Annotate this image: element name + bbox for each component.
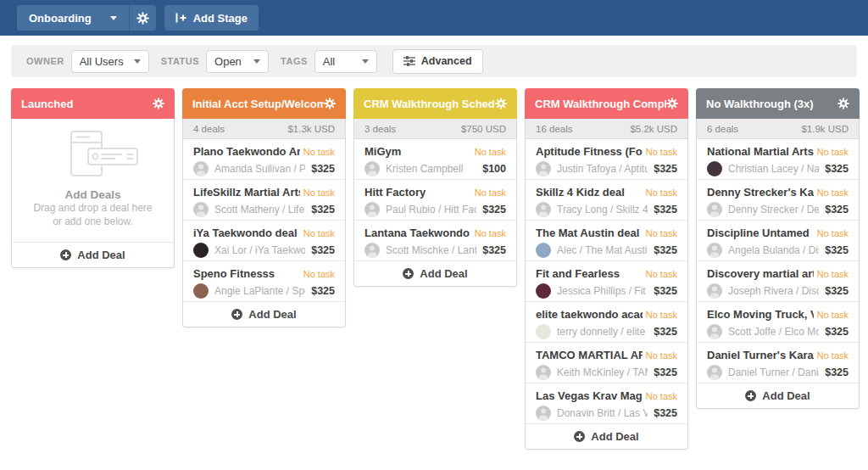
avatar [536,283,551,299]
add-column-icon [175,13,186,23]
deal-task-status: No task [817,310,849,320]
add-deal-label: Add Deal [77,249,125,261]
deal-card[interactable]: LifeSkillz Martial Arts dealNo taskScott… [183,180,345,221]
stage-header[interactable]: No Walkthrough (3x) [696,88,860,119]
deal-card[interactable]: Fit and FearlessNo taskJessica Phillips … [526,261,687,302]
deal-task-status: No task [817,147,849,157]
deal-amount: $325 [311,285,335,297]
deal-card-row2: Joseph Rivera / Discov...$325 [707,283,849,299]
deal-card[interactable]: Speno FitnesssNo taskAngie LaPlante / Sp… [183,261,345,302]
owner-select[interactable]: All Users [71,50,149,73]
add-deal-label: Add Deal [248,308,296,321]
deal-card[interactable]: Hitt FactoryNo taskPaul Rubio / Hitt Fac… [354,180,516,221]
person-silhouette-icon [193,161,209,176]
add-deal-button[interactable]: Add Deal [526,424,687,449]
person-silhouette-icon [536,365,551,380]
pipeline-dropdown[interactable]: Onboarding [17,5,129,31]
deal-card[interactable]: Lantana TaekwondoNo taskScott Mischke / … [354,221,516,261]
stage-total-value: $1.3k USD [287,124,335,134]
avatar [707,161,722,176]
deal-card[interactable]: Discipline UntamedNo taskAngela Bulanda … [697,221,859,261]
deal-card[interactable]: Discovery martial artsNo taskJoseph Rive… [697,261,859,302]
deal-card-row2: Denny Strecker / Den...$325 [707,202,849,217]
deal-amount: $325 [654,244,677,256]
stage-deal-count: 3 deals [364,124,396,134]
plus-icon [403,268,414,279]
tags-select-value: All [323,55,335,68]
deal-title: Las Vegas Krav Maga deal [536,389,643,402]
deal-title: elite taekwondo academy [536,308,643,321]
deal-title: TAMCO MARTIAL ARTS [536,349,643,361]
deal-card-row1: iYa Taekwondo dealNo task [193,227,335,239]
deal-amount: $325 [825,163,849,175]
person-silhouette-icon [536,161,551,176]
deal-amount: $325 [654,204,677,215]
deal-task-status: No task [817,187,849,198]
deal-card-row1: National Martial ArtsNo task [707,145,849,158]
deal-contact: Paul Rubio / Hitt Facto... [386,204,476,215]
stage-header[interactable]: Launched [11,88,175,119]
tags-select[interactable]: All [314,50,377,73]
deal-amount: $325 [825,326,849,338]
deal-contact: Amanda Sullivan / Pla... [214,163,305,175]
gear-icon[interactable] [153,98,164,109]
deal-card-row2: Xai Lor / iYa Taekwondo$325 [193,243,335,258]
plus-icon [60,249,71,260]
deal-card[interactable]: Elco Moving Truck, Van & Car ...No taskS… [697,302,859,343]
deal-card[interactable]: Aptitude Fitness (Formally Fit...No task… [526,139,687,180]
deal-card[interactable]: elite taekwondo academyNo taskterry donn… [526,302,687,343]
deal-card-row2: Christian Lacey / Nati...$325 [707,161,849,176]
stage-summary: 3 deals$750 USD [354,119,516,139]
advanced-filters-button[interactable]: Advanced [392,49,483,74]
deal-task-status: No task [475,147,506,157]
deal-amount: $325 [311,163,335,175]
add-deal-button[interactable]: Add Deal [183,302,345,327]
deal-card[interactable]: Las Vegas Krav Maga dealNo taskDonavin B… [526,383,687,424]
gear-icon[interactable] [837,98,849,109]
deal-task-status: No task [646,147,677,157]
gear-icon[interactable] [324,98,336,109]
deal-amount: $325 [654,326,677,338]
add-deal-button[interactable]: Add Deal [697,383,859,408]
avatar [707,202,722,217]
stage-header[interactable]: CRM Walkthrough Scheduled [353,88,517,119]
deal-card[interactable]: Plano Taekwondo AmericaNo taskAmanda Sul… [183,139,345,180]
deal-card-row2: Daniel Turner / Daniel...$325 [707,365,849,380]
deal-card[interactable]: MiGymNo taskKristen Campbell$100 [354,139,516,180]
plus-icon [574,431,585,442]
add-deal-label: Add Deal [591,430,638,443]
deal-amount: $325 [825,366,849,378]
add-deal-button[interactable]: Add Deal [354,261,516,286]
add-deal-button[interactable]: Add Deal [12,243,174,267]
add-deal-label: Add Deal [420,267,467,280]
deal-title: The Mat Austin deal [536,227,639,239]
stage-title: Initial Acct Setup/Welcome [192,98,324,110]
pipeline-settings-button[interactable] [129,5,156,31]
deal-card[interactable]: The Mat Austin dealNo taskAlec / The Mat… [526,221,687,261]
person-silhouette-icon [707,202,722,217]
deal-contact: Xai Lor / iYa Taekwondo [214,244,305,256]
deal-amount: $100 [482,163,506,175]
avatar [193,161,209,176]
deal-task-status: No task [303,147,335,157]
stage-total-value: $5.2k USD [630,124,677,134]
deal-contact: Alec / The Mat Austin [557,244,648,256]
stage-summary: 6 deals$1.9k USD [697,119,859,139]
deal-contact: Scott Joffe / Elco Movi... [728,326,819,338]
stage-header[interactable]: Initial Acct Setup/Welcome [182,88,346,119]
gear-icon[interactable] [495,98,507,109]
person-silhouette-icon [536,202,551,217]
deal-card[interactable]: iYa Taekwondo dealNo taskXai Lor / iYa T… [183,221,345,261]
deal-card[interactable]: Skillz 4 Kidz dealNo taskTracy Long / Sk… [526,180,687,221]
stage-header[interactable]: CRM Walkthrough Complete [525,88,688,119]
deal-title: National Martial Arts [707,145,814,158]
deal-card[interactable]: Daniel Turner's Karate Ameri...No taskDa… [697,343,859,383]
status-select[interactable]: Open [206,50,269,73]
deal-card[interactable]: Denny Strecker's KarateNo taskDenny Stre… [697,180,859,221]
deal-card-row1: Denny Strecker's KarateNo task [707,186,849,199]
gear-icon[interactable] [666,98,678,109]
deal-card[interactable]: TAMCO MARTIAL ARTSNo taskKeith McKinley … [526,343,687,383]
deal-card[interactable]: National Martial ArtsNo taskChristian La… [697,139,859,180]
add-stage-button[interactable]: Add Stage [164,5,259,31]
deal-task-status: No task [646,350,677,361]
